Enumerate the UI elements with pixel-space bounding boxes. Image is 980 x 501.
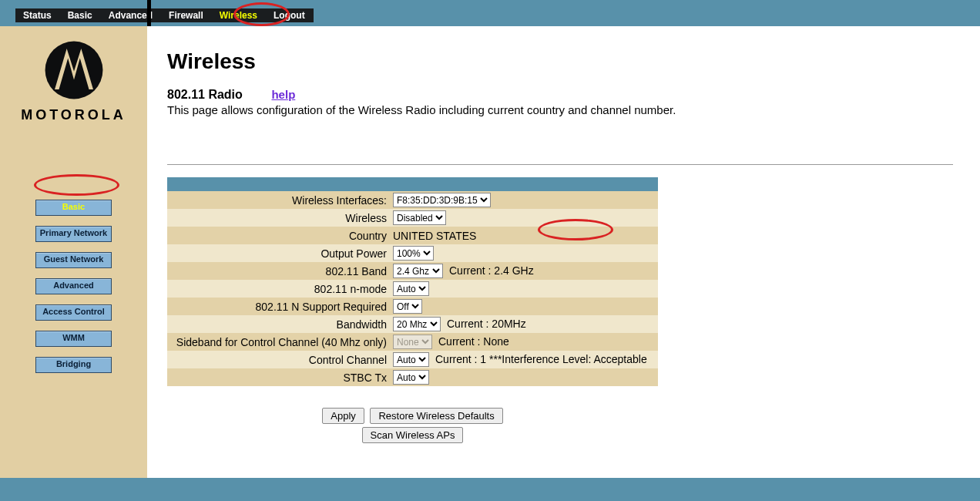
setting-suffix: Current : None [438,335,509,348]
topnav-item-firewall[interactable]: Firewall [161,8,212,22]
topnav-item-wireless[interactable]: Wireless [212,8,266,22]
setting-label: Wireless Interfaces: [167,191,390,209]
setting-label: STBC Tx [167,368,390,386]
settings-row: Bandwidth20 MhzCurrent : 20MHz [167,315,658,333]
settings-row: Output Power100% [167,244,658,262]
setting-suffix: Current : 20MHz [447,318,526,330]
setting-label: 802.11 n-mode [167,280,390,298]
content-divider [167,164,953,165]
topnav-item-logout[interactable]: Logout [266,8,314,22]
setting-label: Wireless [167,209,390,227]
setting-label: Sideband for Control Channel (40 Mhz onl… [167,333,390,351]
setting-suffix: Current : 2.4 GHz [449,264,534,277]
setting-label: Output Power [167,244,390,262]
setting-select-sideband-for-control-channel-40-mhz-only-: None [393,335,432,349]
settings-table: Wireless Interfaces:F8:35:DD:3D:9B:15Wir… [167,177,658,386]
footer-bar [0,478,980,501]
sidebar-item-bridging[interactable]: Bridging [35,357,112,373]
sidebar-item-advanced[interactable]: Advanced [35,278,112,294]
setting-select-output-power[interactable]: 100% [393,246,434,261]
restore-defaults-button[interactable]: Restore Wireless Defaults [370,408,502,424]
setting-label: 802.11 N Support Required [167,298,390,315]
top-nav: StatusBasicAdvancedFirewallWirelessLogou… [15,8,314,22]
setting-select-wireless-interfaces-[interactable]: F8:35:DD:3D:9B:15 [393,193,491,207]
setting-select-stbc-tx[interactable]: Auto [393,370,429,385]
page-description: This page allows configuration of the Wi… [167,103,980,116]
scan-aps-button[interactable]: Scan Wireless APs [362,427,464,443]
settings-row: Sideband for Control Channel (40 Mhz onl… [167,333,658,351]
setting-label: Bandwidth [167,315,390,333]
help-link[interactable]: help [271,88,295,101]
setting-select-bandwidth[interactable]: 20 Mhz [393,317,441,331]
topnav-item-status[interactable]: Status [15,8,60,22]
setting-select-802-11-n-support-required[interactable]: Off [393,299,422,314]
sidebar-item-primary-network[interactable]: Primary Network [35,226,112,242]
settings-row: WirelessDisabled [167,209,658,227]
settings-row: Wireless Interfaces:F8:35:DD:3D:9B:15 [167,191,658,209]
page-title: Wireless [167,49,980,74]
brand-text: MOTOROLA [0,107,147,123]
setting-select-wireless[interactable]: Disabled [393,210,446,225]
sidebar: MOTOROLA BasicPrimary NetworkGuest Netwo… [0,26,147,478]
sidebar-item-wmm[interactable]: WMM [35,331,112,347]
sidebar-item-basic[interactable]: Basic [35,200,112,216]
setting-select-802-11-band[interactable]: 2.4 Ghz [393,264,443,278]
settings-row: Control ChannelAutoCurrent : 1 ***Interf… [167,351,658,368]
svg-point-0 [45,42,102,99]
setting-label: 802.11 Band [167,262,390,280]
settings-row: CountryUNITED STATES [167,227,658,244]
settings-row: 802.11 Band2.4 GhzCurrent : 2.4 GHz [167,262,658,280]
setting-suffix: Current : 1 ***Interference Level: Accep… [435,353,647,365]
topnav-item-advanced[interactable]: Advanced [101,8,161,22]
settings-row: STBC TxAuto [167,368,658,386]
motorola-logo [44,40,104,100]
sidebar-item-guest-network[interactable]: Guest Network [35,252,112,268]
setting-select-802-11-n-mode[interactable]: Auto [393,281,429,296]
topnav-item-basic[interactable]: Basic [60,8,101,22]
setting-label: Control Channel [167,351,390,368]
setting-value: UNITED STATES [393,230,476,242]
setting-select-control-channel[interactable]: Auto [393,352,429,367]
apply-button[interactable]: Apply [322,408,364,424]
settings-row: 802.11 N Support RequiredOff [167,298,658,315]
setting-label: Country [167,227,390,244]
sidebar-item-access-control[interactable]: Access Control [35,304,112,321]
settings-row: 802.11 n-modeAuto [167,280,658,298]
page-subtitle: 802.11 Radio [167,88,243,102]
